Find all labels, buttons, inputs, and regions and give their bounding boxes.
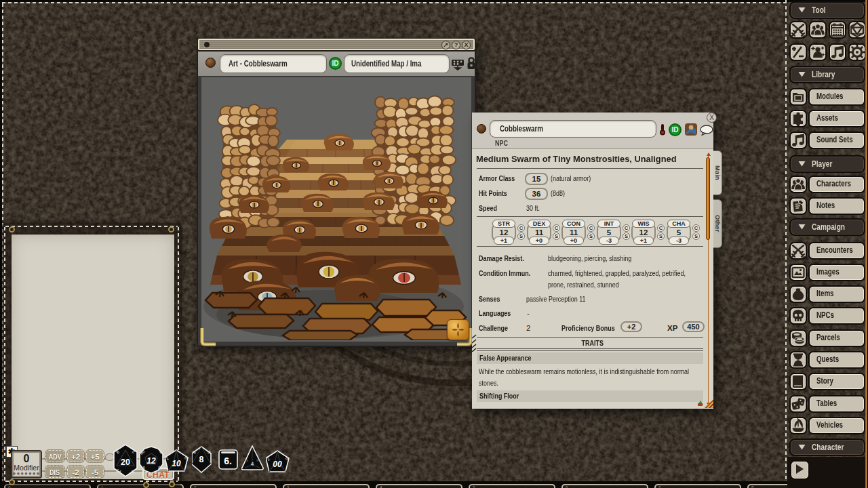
svg-text:20: 20 [121, 458, 130, 467]
svg-text:6: 6 [142, 466, 145, 470]
svg-text:10: 10 [172, 459, 181, 468]
svg-text:6.: 6. [224, 455, 232, 466]
svg-text:00: 00 [273, 460, 282, 469]
svg-text:8: 8 [158, 466, 161, 470]
svg-text:4: 4 [251, 461, 254, 467]
svg-text:12: 12 [146, 456, 156, 466]
svg-text:8: 8 [199, 455, 204, 464]
